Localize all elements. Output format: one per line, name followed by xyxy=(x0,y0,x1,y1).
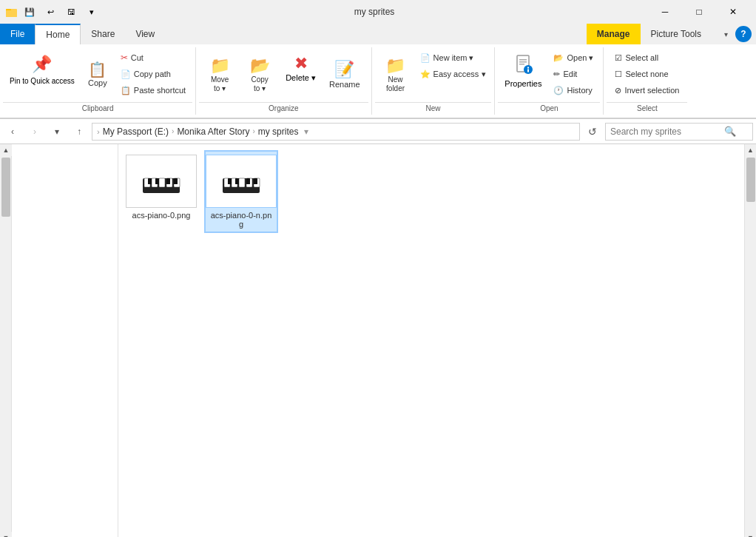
svg-rect-13 xyxy=(159,178,165,187)
svg-rect-5 xyxy=(519,61,527,63)
quick-access-redo-btn[interactable]: 🖫 xyxy=(62,3,80,21)
new-item-icon: 📄 xyxy=(420,53,431,63)
ribbon-group-clipboard: 📌 Pin to Quick access 📋 Copy ✂ Cut 📄 xyxy=(0,47,196,115)
pin-icon: 📌 xyxy=(32,54,52,75)
close-button[interactable]: ✕ xyxy=(716,0,750,24)
paste-shortcut-icon: 📋 xyxy=(121,86,131,95)
scroll-thumb[interactable] xyxy=(746,158,755,202)
up-button[interactable]: ↑ xyxy=(70,122,89,141)
bc-sep-1: › xyxy=(172,127,174,135)
file-thumbnail xyxy=(126,155,197,208)
nav-scrollbar: ▲ ▼ xyxy=(0,144,12,537)
search-input[interactable] xyxy=(610,126,721,137)
help-button[interactable]: ? xyxy=(735,26,752,42)
svg-rect-17 xyxy=(155,178,159,184)
properties-label: Properties xyxy=(504,79,541,88)
quick-access-undo-btn[interactable]: ↩ xyxy=(41,3,59,21)
rename-button[interactable]: 📝 Rename xyxy=(323,50,367,99)
tab-share[interactable]: Share xyxy=(81,24,125,44)
left-nav xyxy=(12,144,118,537)
ribbon-content: 📌 Pin to Quick access 📋 Copy ✂ Cut 📄 xyxy=(0,44,756,118)
recent-locations-button[interactable]: ▾ xyxy=(47,122,67,141)
copy-path-label: Copy path xyxy=(134,70,171,78)
copy-path-button[interactable]: 📄 Copy path xyxy=(117,67,189,81)
edit-button[interactable]: ✏ Edit xyxy=(550,67,597,81)
cut-label: Cut xyxy=(131,53,144,62)
select-none-button[interactable]: ☐ Select none xyxy=(611,67,683,81)
tab-view[interactable]: View xyxy=(125,24,165,44)
invert-selection-button[interactable]: ⊘ Invert selection xyxy=(611,83,683,98)
file-item[interactable]: acs-piano-0.png xyxy=(124,150,198,233)
file-thumb-inner xyxy=(212,159,271,203)
search-bar[interactable]: 🔍 xyxy=(605,123,753,141)
maximize-button[interactable]: □ xyxy=(682,0,716,24)
main-area: ▲ ▼ xyxy=(0,144,756,537)
new-folder-button[interactable]: 📁 Newfolder xyxy=(377,50,415,99)
history-icon: 🕐 xyxy=(553,86,564,95)
organize-label: Organize xyxy=(199,102,368,115)
open-icon: 📂 xyxy=(553,53,564,63)
cut-icon: ✂ xyxy=(121,53,128,63)
svg-rect-19 xyxy=(174,178,178,184)
address-bar: ‹ › ▾ ↑ › My Passport (E:) › Monika Afte… xyxy=(0,119,756,144)
refresh-button[interactable]: ↺ xyxy=(583,122,602,141)
back-button[interactable]: ‹ xyxy=(3,122,22,141)
ribbon-group-open: Properties 📂 Open ▾ ✏ Edit 🕐 History xyxy=(495,47,604,115)
breadcrumb-bar[interactable]: › My Passport (E:) › Monika After Story … xyxy=(92,123,580,141)
bc-sep-2: › xyxy=(252,127,254,135)
scroll-up-button[interactable]: ▲ xyxy=(745,144,757,156)
history-button[interactable]: 🕐 History xyxy=(550,83,597,98)
tab-home[interactable]: Home xyxy=(35,24,81,44)
delete-button[interactable]: ✖ Delete ▾ xyxy=(280,50,321,99)
scroll-down-button[interactable]: ▼ xyxy=(745,532,757,537)
new-item-button[interactable]: 📄 New item ▾ xyxy=(416,50,490,65)
quick-access-dropdown-btn[interactable]: ▾ xyxy=(83,3,101,21)
new-stack: 📄 New item ▾ ⭐ Easy access ▾ xyxy=(416,50,490,81)
nav-scroll-up[interactable]: ▲ xyxy=(0,144,12,156)
copy-path-icon: 📄 xyxy=(121,70,131,79)
move-to-button[interactable]: 📁 Moveto ▾ xyxy=(200,50,239,99)
ribbon-collapse-btn[interactable]: ▾ xyxy=(716,24,735,44)
open-label: Open ▾ xyxy=(567,53,593,63)
invert-label: Invert selection xyxy=(624,86,679,95)
nav-scroll-track xyxy=(0,156,11,532)
title-bar: 💾 ↩ 🖫 ▾ my sprites ─ □ ✕ xyxy=(0,0,756,24)
select-none-icon: ☐ xyxy=(615,70,622,79)
svg-rect-2 xyxy=(6,10,17,17)
ribbon-tabs: File Home Share View Manage Picture Tool… xyxy=(0,24,756,44)
move-to-label: Moveto ▾ xyxy=(211,75,229,93)
copy-to-button[interactable]: 📂 Copyto ▾ xyxy=(240,50,279,99)
quick-access-save-btn[interactable]: 💾 xyxy=(21,3,38,21)
scroll-track xyxy=(745,156,757,532)
new-folder-icon: 📁 xyxy=(385,56,405,75)
svg-rect-28 xyxy=(246,178,250,184)
copy-button[interactable]: 📋 Copy xyxy=(81,50,114,99)
organize-items: 📁 Moveto ▾ 📂 Copyto ▾ ✖ Delete ▾ 📝 Renam… xyxy=(199,47,368,102)
new-label: New xyxy=(375,102,492,115)
svg-rect-4 xyxy=(519,59,527,61)
tab-file[interactable]: File xyxy=(0,24,35,44)
cut-button[interactable]: ✂ Cut xyxy=(117,50,189,65)
open-button[interactable]: 📂 Open ▾ xyxy=(550,50,597,65)
properties-button[interactable]: Properties xyxy=(499,50,547,99)
tab-picture-tools[interactable]: Picture Tools xyxy=(641,24,712,44)
paste-shortcut-button[interactable]: 📋 Paste shortcut xyxy=(117,83,189,98)
select-label: Select xyxy=(607,102,687,115)
breadcrumb-monika[interactable]: Monika After Story xyxy=(177,126,249,137)
nav-scroll-down[interactable]: ▼ xyxy=(0,532,12,537)
ribbon: File Home Share View Manage Picture Tool… xyxy=(0,24,756,119)
pin-to-quick-access-button[interactable]: 📌 Pin to Quick access xyxy=(4,50,80,99)
copy-to-icon: 📂 xyxy=(250,56,270,75)
file-item[interactable]: acs-piano-0-n.png xyxy=(204,150,278,233)
clipboard-label: Clipboard xyxy=(3,102,192,115)
minimize-button[interactable]: ─ xyxy=(648,0,682,24)
file-area: acs-piano-0.png xyxy=(118,144,744,537)
select-all-button[interactable]: ☑ Select all xyxy=(611,50,683,65)
tab-manage[interactable]: Manage xyxy=(587,24,641,44)
forward-button[interactable]: › xyxy=(25,122,44,141)
move-to-icon: 📁 xyxy=(210,56,230,75)
easy-access-button[interactable]: ⭐ Easy access ▾ xyxy=(416,67,490,81)
breadcrumb-dropdown[interactable]: ▾ xyxy=(304,126,308,137)
rename-label: Rename xyxy=(329,80,360,90)
breadcrumb-my-passport[interactable]: My Passport (E:) xyxy=(103,126,169,137)
